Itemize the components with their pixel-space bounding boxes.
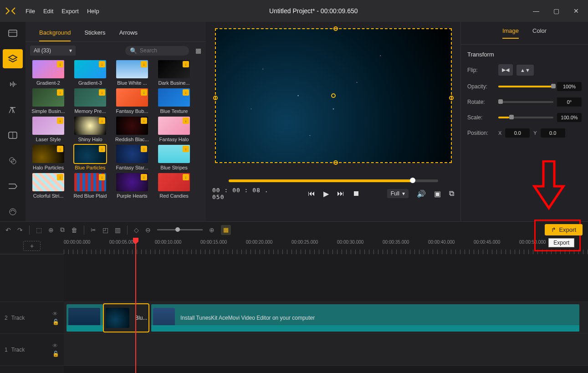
- preview-canvas[interactable]: [215, 28, 452, 163]
- lock-icon[interactable]: 🔓: [52, 319, 59, 325]
- layout-tool-icon[interactable]: [3, 126, 23, 145]
- opacity-value[interactable]: 100%: [557, 82, 582, 91]
- clip-3[interactable]: Install TunesKit AceMovi Video Editor on…: [151, 304, 579, 332]
- asset-item[interactable]: ↓Gradient-2: [30, 60, 66, 86]
- cut-icon[interactable]: ✂: [91, 226, 96, 234]
- tab-arrows[interactable]: Arrows: [119, 26, 138, 41]
- download-icon: ↓: [141, 61, 147, 67]
- asset-item[interactable]: ↓Red Candies: [156, 173, 192, 199]
- asset-item[interactable]: ↓Shiny Halo: [72, 117, 108, 142]
- asset-search[interactable]: 🔍: [125, 46, 189, 56]
- asset-item[interactable]: ↓Simple Busin...: [30, 88, 66, 114]
- redo-icon[interactable]: ↷: [17, 226, 23, 234]
- menu-file[interactable]: File: [26, 8, 35, 15]
- zoom-out-icon[interactable]: ⊖: [145, 226, 151, 234]
- asset-item[interactable]: ↓Fantasy Halo: [156, 117, 192, 142]
- playhead[interactable]: [135, 238, 136, 373]
- eye-icon[interactable]: 👁: [52, 311, 59, 317]
- delete-icon[interactable]: 🗑: [71, 226, 77, 234]
- audio-tool-icon[interactable]: [3, 75, 23, 94]
- next-frame-button[interactable]: ⏭: [337, 189, 344, 198]
- layers-tool-icon[interactable]: [3, 49, 23, 68]
- detach-icon[interactable]: ⧉: [449, 189, 454, 198]
- track-1-header[interactable]: 1 Track 👁🔓: [0, 334, 64, 366]
- asset-item[interactable]: ↓Fantasy Bub...: [114, 88, 150, 114]
- select-tool-icon[interactable]: ⬚: [36, 226, 42, 234]
- prev-frame-button[interactable]: ⏮: [308, 189, 315, 198]
- track-2-row[interactable]: Blu... Install TunesKit AceMovi Video Ed…: [64, 302, 588, 334]
- clip-1[interactable]: [66, 304, 103, 332]
- asset-item[interactable]: ↓Fantasy Star...: [114, 145, 150, 170]
- menu-edit[interactable]: Edit: [43, 8, 53, 15]
- playback-scrubber[interactable]: [229, 179, 438, 182]
- tab-image[interactable]: Image: [502, 27, 519, 39]
- media-tool-icon[interactable]: [3, 24, 23, 43]
- asset-filter-dropdown[interactable]: All (33)▾: [30, 46, 76, 56]
- effects-tool-icon[interactable]: [3, 202, 23, 221]
- filter-tool-icon[interactable]: [3, 151, 23, 170]
- clip-2-selected[interactable]: Blu...: [104, 304, 148, 332]
- asset-item[interactable]: ↓Blue Particles: [72, 145, 108, 170]
- scale-slider[interactable]: [498, 117, 553, 118]
- flip-vertical-button[interactable]: ▲▼: [516, 65, 534, 76]
- asset-item[interactable]: ↓Memory Pre...: [72, 88, 108, 114]
- menu-export[interactable]: Export: [61, 8, 79, 15]
- volume-icon[interactable]: 🔊: [417, 189, 426, 198]
- asset-item[interactable]: ↓Red Blue Plaid: [72, 173, 108, 199]
- svg-point-4: [10, 209, 16, 215]
- track-1-row[interactable]: [64, 334, 588, 366]
- scale-value[interactable]: 100.0%: [557, 113, 582, 122]
- transition-tool-icon[interactable]: [3, 177, 23, 196]
- asset-item[interactable]: ↓Reddish Blac...: [114, 117, 150, 142]
- tab-background[interactable]: Background: [39, 26, 71, 41]
- play-button[interactable]: ▶: [323, 189, 329, 198]
- maximize-button[interactable]: ▢: [548, 5, 564, 17]
- stop-button[interactable]: ⏹: [353, 189, 360, 198]
- split-icon[interactable]: ▥: [115, 226, 121, 234]
- add-icon[interactable]: ⊕: [48, 226, 54, 234]
- marker-icon[interactable]: ◇: [134, 226, 139, 234]
- export-button[interactable]: ↱ Export: [545, 224, 583, 235]
- track-2-header[interactable]: 2 Track 👁🔓: [0, 302, 64, 334]
- asset-item[interactable]: ↓Purple Hearts: [114, 173, 150, 199]
- asset-item[interactable]: ↓Gradient-3: [72, 60, 108, 86]
- text-tool-icon[interactable]: [3, 100, 23, 119]
- tab-color[interactable]: Color: [532, 27, 547, 39]
- zoom-in-icon[interactable]: ⊕: [209, 226, 215, 234]
- asset-item[interactable]: ↓Colorful Stri...: [30, 173, 66, 199]
- close-button[interactable]: ✕: [568, 5, 584, 17]
- asset-item[interactable]: ↓Blue Stripes: [156, 145, 192, 170]
- asset-item[interactable]: ↓Blue Texture: [156, 88, 192, 114]
- eye-icon[interactable]: 👁: [52, 342, 59, 349]
- snapshot-icon[interactable]: ▣: [434, 189, 441, 198]
- opacity-slider[interactable]: [498, 86, 553, 87]
- undo-icon[interactable]: ↶: [5, 226, 11, 234]
- rotate-value[interactable]: 0°: [557, 97, 582, 107]
- copy-icon[interactable]: ⧉: [60, 226, 65, 234]
- rotate-slider[interactable]: [498, 101, 553, 103]
- search-input[interactable]: [140, 47, 181, 54]
- crop-icon[interactable]: ◰: [102, 226, 108, 234]
- asset-item[interactable]: ↓Halo Particles: [30, 145, 66, 170]
- zoom-slider[interactable]: [157, 229, 203, 230]
- asset-label: Blue Particles: [72, 165, 108, 170]
- position-x-value[interactable]: 0.0: [505, 128, 530, 138]
- main-menu: File Edit Export Help: [26, 8, 99, 15]
- download-icon: ↓: [99, 174, 105, 180]
- grid-view-icon[interactable]: ▦: [195, 47, 201, 54]
- asset-label: Dark Busine...: [156, 80, 192, 86]
- lock-icon[interactable]: 🔓: [52, 351, 59, 357]
- flip-horizontal-button[interactable]: ▶◀: [498, 64, 513, 76]
- add-track-button[interactable]: +: [23, 241, 41, 251]
- timeline-ruler[interactable]: 00:00:00.00000:00:05.00000:00:10.00000:0…: [64, 238, 588, 254]
- menu-help[interactable]: Help: [87, 8, 99, 15]
- asset-item[interactable]: ↓Blue White ...: [114, 60, 150, 86]
- minimize-button[interactable]: —: [528, 5, 544, 17]
- fit-dropdown[interactable]: Full▾: [387, 189, 409, 198]
- tab-stickers[interactable]: Stickers: [84, 26, 105, 41]
- settings-timeline-icon[interactable]: ▦: [221, 225, 231, 235]
- position-y-value[interactable]: 0.0: [541, 128, 565, 138]
- track-spacer: [64, 254, 588, 302]
- asset-item[interactable]: ↓Dark Busine...: [156, 60, 192, 86]
- asset-item[interactable]: ↓Laser Style: [30, 117, 66, 142]
